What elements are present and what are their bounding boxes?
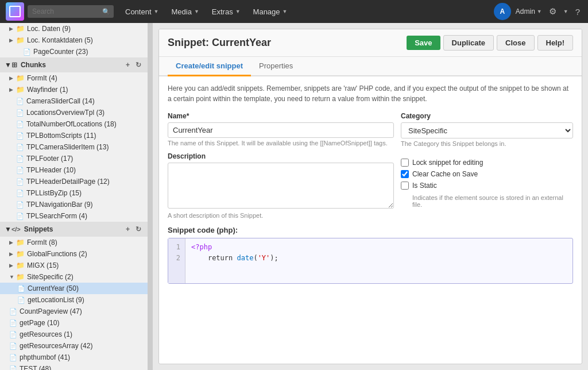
file-icon: 📄 bbox=[9, 308, 17, 315]
content-area: Snippet: CurrentYear Save Duplicate Clos… bbox=[153, 23, 588, 370]
sidebar-section-snippets[interactable]: ▼ </> Snippets + ↻ bbox=[0, 222, 148, 237]
file-icon: 📄 bbox=[16, 190, 24, 197]
code-content[interactable]: <?php return date('Y'); bbox=[185, 238, 284, 283]
description-hint: A short description of this Snippet. bbox=[168, 212, 394, 219]
avatar[interactable]: A bbox=[494, 3, 511, 20]
file-icon: 📄 bbox=[17, 285, 25, 292]
tree-item-wayfinder[interactable]: ▶ 📁 Wayfinder (1) bbox=[0, 84, 148, 95]
file-icon: 📄 bbox=[16, 178, 24, 186]
tree-item-getresourcesarray[interactable]: 📄 getResourcesArray (42) bbox=[0, 340, 148, 352]
tree-item-tplfooter[interactable]: 📄 TPLFooter (17) bbox=[0, 153, 148, 164]
sidebar-section-chunks[interactable]: ▼ ⊞ Chunks + ↻ bbox=[0, 57, 148, 72]
chevron-down-icon: ▼ bbox=[283, 9, 288, 14]
tab-create-edit[interactable]: Create/edit snippet bbox=[168, 57, 251, 76]
category-label: Category bbox=[401, 112, 573, 120]
tree-item-tplsearch[interactable]: 📄 TPLSearchForm (4) bbox=[0, 210, 148, 222]
is-static-checkbox[interactable] bbox=[401, 182, 409, 190]
tree-item-migx[interactable]: ▶ 📁 MIGX (15) bbox=[0, 260, 148, 271]
tree-item-cameraslider[interactable]: 📄 CameraSliderCall (14) bbox=[0, 95, 148, 107]
tree-item-currentyear[interactable]: 📄 CurrentYear (50) bbox=[0, 283, 148, 294]
tree-item-getpage[interactable]: 📄 getPage (10) bbox=[0, 317, 148, 329]
arrow-icon: ▶ bbox=[9, 37, 16, 43]
tree-item-loc-daten[interactable]: ▶ 📁 Loc. Daten (9) bbox=[0, 23, 148, 34]
nav-media[interactable]: Media ▼ bbox=[165, 5, 204, 18]
file-icon: 📄 bbox=[16, 98, 24, 105]
nav-content[interactable]: Content ▼ bbox=[119, 5, 164, 18]
app-logo[interactable] bbox=[6, 2, 24, 21]
file-icon: 📄 bbox=[16, 144, 24, 151]
line-number-1: 1 bbox=[173, 242, 180, 253]
folder-icon: 📁 bbox=[16, 36, 25, 44]
category-select[interactable]: SiteSpecific bbox=[401, 122, 573, 138]
arrow-icon: ▶ bbox=[9, 251, 16, 257]
tree-item-loc-kontaktdaten[interactable]: ▶ 📁 Loc. Kontaktdaten (5) bbox=[0, 34, 148, 46]
tree-item-phpthumbof[interactable]: 📄 phpthumbof (41) bbox=[0, 352, 148, 363]
duplicate-button[interactable]: Duplicate bbox=[443, 35, 494, 51]
tree-item-formit-chunk[interactable]: ▶ 📁 FormIt (4) bbox=[0, 72, 148, 84]
sidebar-divider[interactable] bbox=[148, 23, 153, 370]
tree-item-tplheaderdetail[interactable]: 📄 TPLHeaderDetailPage (12) bbox=[0, 176, 148, 187]
arrow-icon: ▶ bbox=[9, 26, 16, 32]
tree-item-test[interactable]: 📄 TEST (48) bbox=[0, 363, 148, 370]
save-button[interactable]: Save bbox=[407, 36, 440, 50]
tree-item-getlocationlist[interactable]: 📄 getLocationList (9) bbox=[0, 294, 148, 306]
search-input[interactable] bbox=[28, 5, 114, 18]
file-icon: 📄 bbox=[17, 296, 25, 304]
clear-cache-checkbox[interactable] bbox=[401, 170, 409, 178]
file-icon: 📄 bbox=[16, 155, 24, 163]
arrow-icon: ▼ bbox=[9, 274, 16, 280]
tree-item-sitespecific[interactable]: ▼ 📁 SiteSpecific (2) bbox=[0, 271, 148, 283]
tab-properties[interactable]: Properties bbox=[251, 57, 301, 76]
tree-item-getresources[interactable]: 📄 getResources (1) bbox=[0, 329, 148, 340]
snippets-icon: </> bbox=[11, 226, 21, 233]
tree-item-tplnavigation[interactable]: 📄 TPLNavigationBar (9) bbox=[0, 199, 148, 210]
add-snippet-button[interactable]: + bbox=[124, 225, 131, 234]
tree-item-tpllist[interactable]: 📄 TPLListByZip (15) bbox=[0, 187, 148, 199]
line-number-2: 2 bbox=[173, 253, 180, 264]
tree-item-formit-snippet[interactable]: ▶ 📁 FormIt (8) bbox=[0, 237, 148, 248]
help-icon[interactable]: ? bbox=[573, 5, 582, 19]
category-group: Category SiteSpecific The Category this … bbox=[401, 112, 573, 147]
tree-item-locationsoverview[interactable]: 📄 LocationsOverviewTpl (3) bbox=[0, 107, 148, 118]
tree-item-countpageview[interactable]: 📄 CountPageview (47) bbox=[0, 306, 148, 317]
file-icon: 📄 bbox=[9, 331, 17, 338]
snippet-header: Snippet: CurrentYear Save Duplicate Clos… bbox=[159, 29, 582, 57]
close-button[interactable]: Close bbox=[497, 35, 534, 51]
right-column: Category SiteSpecific The Category this … bbox=[401, 112, 573, 219]
tree-item-tplbottom[interactable]: 📄 TPLBottomScripts (11) bbox=[0, 130, 148, 141]
lock-snippet-checkbox[interactable] bbox=[401, 159, 409, 167]
refresh-snippets-button[interactable]: ↻ bbox=[134, 225, 143, 234]
chevron-down-icon: ▼ bbox=[235, 9, 241, 14]
file-icon: 📄 bbox=[16, 121, 24, 128]
snippet-content: Here you can add/edit snippets. Remember… bbox=[159, 76, 582, 364]
refresh-chunks-button[interactable]: ↻ bbox=[134, 60, 143, 70]
help-button[interactable]: Help! bbox=[537, 35, 574, 51]
tree-item-tplheader[interactable]: 📄 TPLHeader (10) bbox=[0, 164, 148, 176]
line-numbers: 1 2 bbox=[168, 238, 185, 283]
add-chunk-button[interactable]: + bbox=[124, 60, 131, 70]
description-field[interactable] bbox=[168, 163, 394, 209]
folder-icon: 📁 bbox=[16, 261, 25, 269]
clear-cache-item: Clear Cache on Save bbox=[401, 170, 573, 178]
name-label: Name* bbox=[168, 112, 394, 120]
clear-cache-label: Clear Cache on Save bbox=[412, 170, 478, 178]
top-navigation: 🔍 Content ▼ Media ▼ Extras ▼ Manage ▼ A … bbox=[0, 0, 588, 23]
tree-item-tplcamera[interactable]: 📄 TPLCameraSliderItem (13) bbox=[0, 141, 148, 153]
code-editor[interactable]: 1 2 <?php return date('Y'); bbox=[168, 238, 573, 284]
nav-menu: Content ▼ Media ▼ Extras ▼ Manage ▼ bbox=[119, 5, 293, 18]
nav-manage[interactable]: Manage ▼ bbox=[247, 5, 293, 18]
name-field[interactable] bbox=[168, 122, 394, 138]
tree-item-totalnumber[interactable]: 📄 TotalNumberOfLocations (18) bbox=[0, 118, 148, 130]
search-icon: 🔍 bbox=[102, 8, 110, 16]
settings-icon[interactable]: ⚙ bbox=[547, 4, 559, 19]
section-actions: + ↻ bbox=[124, 225, 143, 234]
nav-right: A Admin ▼ ⚙ ▼ ? bbox=[494, 3, 582, 20]
user-menu[interactable]: Admin ▼ bbox=[516, 7, 542, 16]
arrow-icon: ▼ bbox=[5, 61, 11, 69]
nav-extras[interactable]: Extras ▼ bbox=[206, 5, 246, 18]
tree-item-pagecounter[interactable]: 📄 PageCounter (23) bbox=[0, 46, 148, 57]
is-static-label: Is Static bbox=[412, 182, 437, 190]
tree-item-globalfunctions[interactable]: ▶ 📁 GlobalFunctions (2) bbox=[0, 248, 148, 260]
file-icon: 📄 bbox=[9, 354, 17, 361]
file-icon: 📄 bbox=[9, 319, 17, 327]
